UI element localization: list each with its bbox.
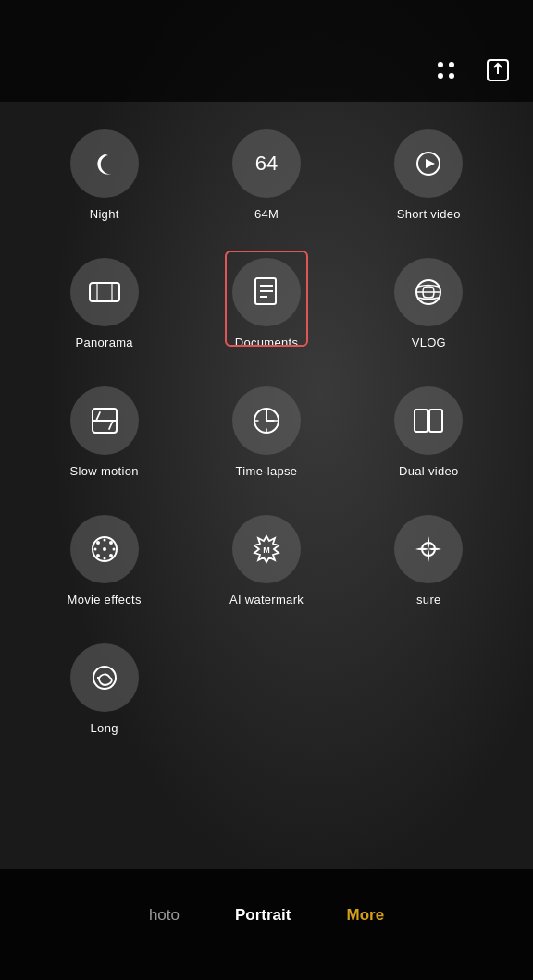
mode-vlog[interactable]: VLOG xyxy=(353,258,505,349)
mode-vlog-label: VLOG xyxy=(412,336,446,349)
mode-64m[interactable]: 64 64M xyxy=(190,129,342,221)
mode-ai-watermark[interactable]: M AI watermark xyxy=(190,515,342,606)
mode-slow-motion-circle xyxy=(70,386,139,455)
mode-movie-effects[interactable]: Movie effects xyxy=(28,515,180,606)
share-icon[interactable] xyxy=(481,54,514,87)
mode-64m-label: 64M xyxy=(254,207,279,221)
top-bar xyxy=(0,0,533,102)
mode-night-circle xyxy=(70,129,139,198)
mode-ai-watermark-circle: M xyxy=(232,515,301,583)
mode-exposure-circle xyxy=(394,515,463,583)
mode-timelapse-circle xyxy=(232,386,301,455)
svg-point-29 xyxy=(103,557,105,560)
svg-point-1 xyxy=(449,62,454,67)
mode-dual-video-circle xyxy=(394,386,463,455)
mode-timelapse-label: Time-lapse xyxy=(236,464,298,478)
svg-point-30 xyxy=(93,548,96,551)
mode-movie-effects-circle xyxy=(70,515,139,583)
svg-text:M: M xyxy=(263,545,270,555)
svg-point-2 xyxy=(438,73,443,79)
nav-more[interactable]: More xyxy=(346,906,384,925)
mode-timelapse[interactable]: Time-lapse xyxy=(190,386,342,478)
svg-point-0 xyxy=(438,62,443,67)
grid-icon[interactable] xyxy=(429,54,463,87)
mode-panorama-circle xyxy=(70,258,139,326)
svg-rect-21 xyxy=(429,410,442,432)
mode-night-label: Night xyxy=(90,207,119,221)
svg-marker-7 xyxy=(426,159,435,168)
mode-dual-video[interactable]: Dual video xyxy=(353,386,505,478)
mode-exposure-label: sure xyxy=(416,593,441,606)
svg-rect-9 xyxy=(96,283,98,301)
svg-point-25 xyxy=(109,541,113,545)
mode-dual-video-label: Dual video xyxy=(399,464,458,478)
mode-ai-watermark-label: AI watermark xyxy=(229,593,304,606)
mode-short-video-circle xyxy=(394,129,463,198)
mode-movie-effects-label: Movie effects xyxy=(68,593,142,606)
svg-point-3 xyxy=(449,73,454,79)
mode-slow-motion[interactable]: Slow motion xyxy=(28,386,180,478)
mode-64m-circle: 64 xyxy=(232,129,301,198)
mode-night[interactable]: Night xyxy=(28,129,180,221)
mode-exposure[interactable]: sure xyxy=(353,515,505,606)
mode-documents[interactable]: Documents xyxy=(190,258,342,349)
mode-short-video[interactable]: Short video xyxy=(353,129,505,221)
mode-panorama-label: Panorama xyxy=(75,336,132,349)
nav-portrait[interactable]: Portrait xyxy=(235,906,291,925)
svg-point-31 xyxy=(112,548,115,551)
svg-rect-8 xyxy=(90,283,119,301)
bottom-nav: hoto Portrait More xyxy=(0,869,533,980)
nav-photo[interactable]: hoto xyxy=(149,906,180,925)
svg-point-27 xyxy=(109,554,113,557)
mode-long[interactable]: Long xyxy=(28,643,180,735)
mode-documents-circle xyxy=(232,258,301,326)
mode-documents-label: Documents xyxy=(235,336,298,349)
mode-grid: Night 64 64M Short video Panorama xyxy=(0,102,533,735)
mode-64m-text: 64 xyxy=(255,152,278,176)
mode-vlog-circle xyxy=(394,258,463,326)
svg-point-26 xyxy=(96,554,100,557)
svg-point-24 xyxy=(96,541,100,545)
mode-slow-motion-label: Slow motion xyxy=(70,464,139,478)
mode-short-video-label: Short video xyxy=(397,207,461,221)
svg-point-23 xyxy=(103,547,106,551)
svg-rect-20 xyxy=(415,410,428,432)
mode-long-circle xyxy=(70,643,139,712)
mode-panorama[interactable]: Panorama xyxy=(28,258,180,349)
svg-point-28 xyxy=(103,539,105,542)
svg-rect-10 xyxy=(111,283,113,301)
mode-long-label: Long xyxy=(91,721,118,735)
